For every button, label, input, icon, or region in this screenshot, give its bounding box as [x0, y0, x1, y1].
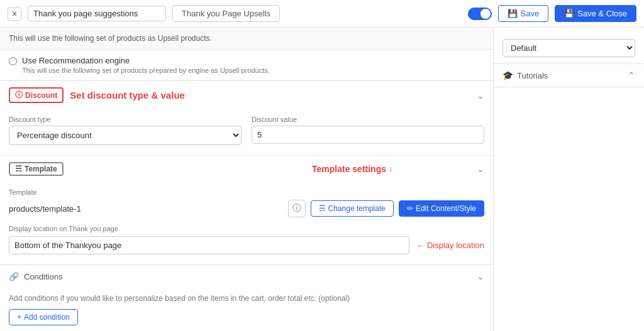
display-annotation-text: Display location — [427, 241, 484, 250]
conditions-header[interactable]: 🔗 Conditions ⌄ — [0, 265, 493, 288]
discount-value-input[interactable] — [252, 126, 484, 144]
radio-text: Use Recommendation engine This will use … — [22, 56, 270, 74]
active-toggle[interactable] — [468, 8, 492, 20]
template-chevron-icon: ⌄ — [477, 164, 484, 174]
left-panel: This will use the following set of produ… — [0, 28, 493, 331]
discount-value-group: Discount value — [252, 116, 484, 145]
change-template-icon: ☴ — [319, 204, 326, 213]
conditions-label: Conditions — [24, 272, 62, 281]
close-icon: × — [12, 9, 17, 19]
template-badge-icon: ☴ — [15, 165, 22, 173]
template-path-value: products/template-1 — [9, 204, 283, 214]
recommendation-engine-option: Use Recommendation engine This will use … — [0, 50, 493, 81]
template-body: Template products/template-1 ⓘ ☴ Change … — [0, 182, 493, 264]
display-location-row: ← Display location — [9, 236, 484, 254]
arrow-left-icon: ← — [417, 241, 425, 250]
discount-type-group: Discount type Percentage discount — [9, 116, 242, 145]
tutorials-header[interactable]: 🎓 Tutorials ⌃ — [502, 70, 635, 80]
template-section: ☴ Template Template settings ↓ ⌄ Templat… — [0, 156, 493, 265]
conditions-body: Add conditions if you would like to pers… — [0, 288, 493, 331]
save-close-icon: 💾 — [564, 9, 574, 18]
arrow-down-icon: ↓ — [389, 165, 392, 173]
discount-section: ⓘ Discount Set discount type & value ⌄ D… — [0, 81, 493, 156]
conditions-description: Add conditions if you would like to pers… — [9, 294, 484, 303]
page-title-input[interactable] — [28, 6, 166, 21]
display-location-annotation: ← Display location — [417, 241, 484, 250]
discount-title: Set discount type & value — [70, 90, 185, 100]
discount-header[interactable]: ⓘ Discount Set discount type & value ⌄ — [0, 81, 493, 109]
recommendation-engine-radio[interactable] — [9, 57, 17, 65]
save-icon: 💾 — [508, 9, 518, 18]
right-panel: Default 🎓 Tutorials ⌃ — [493, 28, 644, 331]
close-button[interactable]: × — [8, 7, 21, 21]
radio-sublabel: This will use the following set of produ… — [22, 67, 270, 74]
default-select[interactable]: Default — [502, 39, 635, 57]
default-section: Default — [494, 28, 644, 64]
tutorials-chevron-icon: ⌃ — [628, 70, 635, 80]
discount-body: Discount type Percentage discount Discou… — [0, 109, 493, 155]
discount-form-row: Discount type Percentage discount Discou… — [9, 116, 484, 145]
save-button[interactable]: 💾 Save — [498, 5, 549, 22]
conditions-icon: 🔗 — [9, 272, 19, 281]
title-input-wrapper — [28, 6, 166, 21]
topbar: × Thank you Page Upsells 💾 Save 💾 Save &… — [0, 0, 644, 28]
discount-chevron-icon: ⌄ — [477, 90, 484, 100]
radio-label: Use Recommendation engine — [22, 56, 270, 65]
tab-thank-you-upsells[interactable]: Thank you Page Upsells — [172, 5, 280, 22]
template-path-label: Template — [9, 188, 484, 196]
tutorials-label: Tutorials — [517, 71, 548, 80]
toggle-wrapper — [468, 8, 492, 20]
main-layout: This will use the following set of produ… — [0, 28, 644, 331]
display-location-label: Display location on Thank you page — [9, 225, 484, 232]
change-template-button[interactable]: ☴ Change template — [311, 200, 394, 217]
template-info-button[interactable]: ⓘ — [288, 200, 306, 217]
app-container: × Thank you Page Upsells 💾 Save 💾 Save &… — [0, 0, 644, 331]
display-location-group: Display location on Thank you page ← Dis… — [9, 225, 484, 254]
display-location-input[interactable] — [9, 236, 409, 254]
template-row: products/template-1 ⓘ ☴ Change template … — [9, 200, 484, 217]
template-header[interactable]: ☴ Template Template settings ↓ ⌄ — [0, 156, 493, 182]
add-condition-button[interactable]: + Add condition — [9, 309, 78, 325]
tutorials-section: 🎓 Tutorials ⌃ — [494, 64, 644, 87]
discount-type-label: Discount type — [9, 116, 242, 123]
discount-badge: ⓘ Discount — [9, 87, 64, 103]
save-close-button[interactable]: 💾 Save & Close — [555, 5, 636, 22]
add-condition-icon: + — [17, 313, 21, 322]
edit-content-button[interactable]: ✏ Edit Content/Style — [399, 200, 484, 217]
discount-value-label: Discount value — [252, 116, 484, 123]
tutorials-icon: 🎓 — [502, 70, 513, 80]
template-badge: ☴ Template — [9, 162, 64, 176]
info-text: This will use the following set of produ… — [0, 28, 493, 50]
discount-badge-icon: ⓘ — [15, 90, 23, 100]
edit-content-icon: ✏ — [407, 204, 413, 213]
template-settings-text: Template settings — [312, 164, 386, 174]
tutorials-header-content: 🎓 Tutorials — [502, 70, 548, 80]
conditions-section: 🔗 Conditions ⌄ Add conditions if you wou… — [0, 265, 493, 331]
conditions-chevron-icon: ⌄ — [477, 271, 484, 281]
template-settings-annotation: Template settings ↓ — [312, 164, 392, 174]
discount-type-select[interactable]: Percentage discount — [9, 126, 242, 145]
